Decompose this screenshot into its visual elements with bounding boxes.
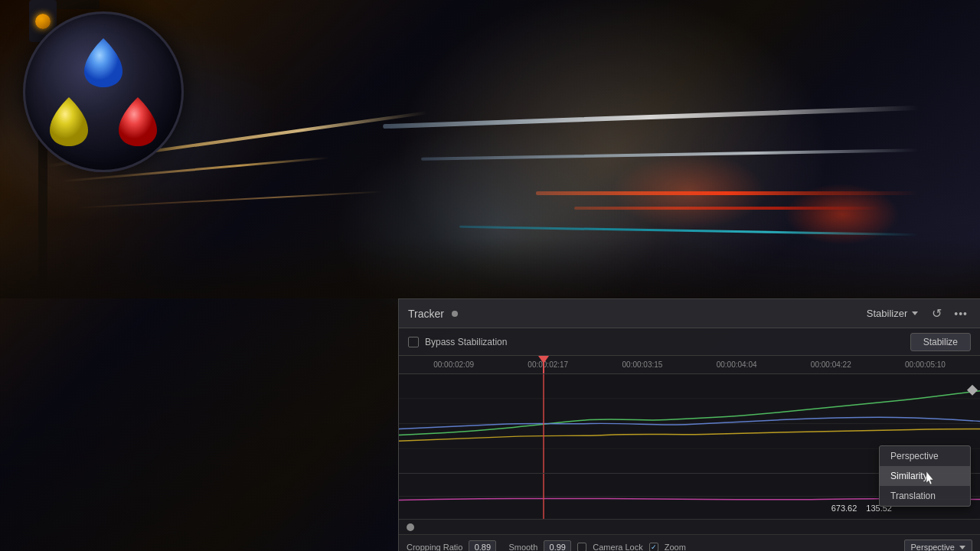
logo-drop-yellow	[46, 96, 92, 149]
bottom-controls: Cropping Ratio 0.89 Smooth 0.99 Camera L…	[399, 535, 980, 551]
panel-title-area: Tracker	[408, 308, 458, 320]
more-options-button[interactable]: •••	[951, 305, 971, 322]
bypass-row: Bypass Stabilization Stabilize	[399, 328, 980, 356]
taillight-streak	[536, 191, 919, 195]
bypass-label: Bypass Stabilization	[425, 337, 507, 347]
camera-lock-checkbox[interactable]	[577, 543, 586, 551]
perspective-dropdown-label: Perspective	[911, 543, 955, 551]
timeline-playhead[interactable]	[543, 356, 544, 373]
logo-drop-red	[115, 96, 161, 149]
panel-header: Tracker Stabilizer ↺ •••	[399, 299, 980, 328]
panel-status-dot	[452, 311, 458, 317]
time-marker-4: 00:00:04:04	[690, 360, 784, 369]
zoom-label: Zoom	[665, 543, 686, 551]
logo-drops	[42, 31, 165, 153]
scrubber-thumb[interactable]	[407, 523, 414, 531]
reset-button[interactable]: ↺	[929, 305, 945, 322]
perspective-dropdown-button[interactable]: Perspective	[904, 540, 972, 551]
dropdown-item-similarity[interactable]: Similarity	[880, 466, 970, 486]
camera-lock-label: Camera Lock	[593, 543, 642, 551]
time-marker-5: 00:00:04:22	[784, 360, 878, 369]
dropdown-item-translation[interactable]: Translation	[880, 486, 970, 506]
value-left: 673.62	[831, 504, 858, 513]
time-marker-6: 00:00:05:10	[878, 360, 972, 369]
logo-ring	[23, 11, 184, 172]
panel-header-controls: Stabilizer ↺ •••	[862, 305, 971, 322]
perspective-chevron-icon	[959, 546, 965, 549]
zoom-checkbox[interactable]	[649, 543, 658, 551]
time-marker-3: 00:00:03:15	[595, 360, 689, 369]
smooth-label: Smooth	[508, 543, 537, 551]
app-logo	[23, 11, 191, 180]
cropping-ratio-label: Cropping Ratio	[407, 543, 462, 551]
perspective-dropdown-menu: Perspective Similarity Translation	[879, 445, 971, 507]
timeline-area[interactable]: 00:00:02:09 00:00:02:17 00:00:03:15 00:0…	[399, 356, 980, 374]
bypass-left: Bypass Stabilization	[408, 337, 507, 347]
ground-fade	[0, 237, 980, 298]
smooth-value[interactable]: 0.99	[544, 540, 571, 551]
time-marker-1: 00:00:02:09	[407, 360, 501, 369]
stabilizer-label: Stabilizer	[867, 308, 907, 319]
stabilizer-chevron-icon	[912, 311, 918, 315]
scrubber-area[interactable]	[399, 520, 980, 535]
more-options-icon: •••	[954, 308, 968, 320]
dropdown-item-perspective[interactable]: Perspective	[880, 446, 970, 466]
timeline-markers: 00:00:02:09 00:00:02:17 00:00:03:15 00:0…	[399, 360, 980, 369]
playhead-head	[538, 356, 549, 364]
bypass-checkbox[interactable]	[408, 337, 419, 347]
stabilizer-dropdown-btn[interactable]: Stabilizer	[862, 306, 923, 321]
taillight-streak-2	[574, 207, 880, 210]
panel-title-text: Tracker	[408, 308, 444, 320]
stabilize-button[interactable]: Stabilize	[910, 333, 971, 351]
logo-drop-blue	[80, 37, 126, 90]
cropping-ratio-value[interactable]: 0.89	[469, 540, 496, 551]
tracker-panel: Tracker Stabilizer ↺ ••• Bypass Stabiliz…	[398, 298, 980, 551]
svg-rect-3	[967, 385, 978, 396]
